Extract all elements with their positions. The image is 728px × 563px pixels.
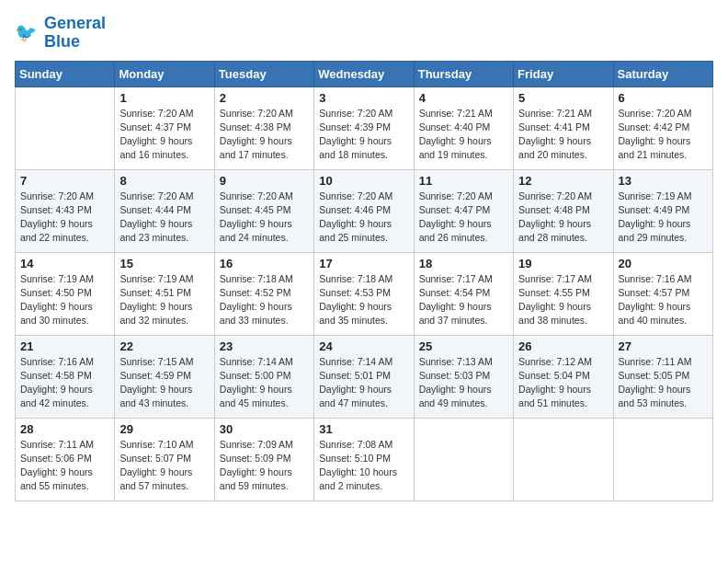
header-cell-monday: Monday [115, 61, 214, 86]
calendar-cell [414, 418, 513, 500]
day-number: 25 [419, 339, 508, 353]
day-number: 30 [220, 422, 309, 436]
day-info: Sunrise: 7:20 AM Sunset: 4:37 PM Dayligh… [119, 107, 209, 163]
day-number: 24 [319, 339, 408, 353]
calendar-week-row: 21Sunrise: 7:16 AM Sunset: 4:58 PM Dayli… [16, 335, 713, 418]
calendar-cell: 14Sunrise: 7:19 AM Sunset: 4:50 PM Dayli… [16, 252, 115, 335]
calendar-cell: 6Sunrise: 7:20 AM Sunset: 4:42 PM Daylig… [613, 86, 712, 169]
day-info: Sunrise: 7:09 AM Sunset: 5:09 PM Dayligh… [220, 438, 309, 494]
header-cell-sunday: Sunday [16, 61, 115, 86]
calendar-cell: 23Sunrise: 7:14 AM Sunset: 5:00 PM Dayli… [214, 335, 313, 418]
day-number: 31 [319, 422, 408, 436]
calendar-cell: 22Sunrise: 7:15 AM Sunset: 4:59 PM Dayli… [115, 335, 214, 418]
calendar-cell [16, 86, 115, 169]
day-info: Sunrise: 7:14 AM Sunset: 5:01 PM Dayligh… [319, 355, 408, 411]
day-number: 15 [119, 257, 209, 270]
header-cell-saturday: Saturday [613, 61, 712, 86]
day-number: 29 [119, 422, 209, 436]
day-info: Sunrise: 7:18 AM Sunset: 4:53 PM Dayligh… [319, 272, 408, 328]
day-info: Sunrise: 7:20 AM Sunset: 4:43 PM Dayligh… [20, 190, 109, 246]
day-info: Sunrise: 7:18 AM Sunset: 4:52 PM Dayligh… [220, 272, 309, 328]
header-cell-wednesday: Wednesday [314, 61, 414, 86]
calendar-cell: 7Sunrise: 7:20 AM Sunset: 4:43 PM Daylig… [16, 169, 115, 252]
day-info: Sunrise: 7:08 AM Sunset: 5:10 PM Dayligh… [319, 438, 408, 494]
day-number: 10 [319, 174, 408, 188]
calendar-cell: 15Sunrise: 7:19 AM Sunset: 4:51 PM Dayli… [115, 252, 214, 335]
day-info: Sunrise: 7:20 AM Sunset: 4:46 PM Dayligh… [319, 190, 408, 246]
day-number: 6 [619, 91, 708, 105]
day-number: 14 [20, 257, 109, 270]
day-number: 23 [220, 339, 309, 353]
day-info: Sunrise: 7:19 AM Sunset: 4:50 PM Dayligh… [20, 272, 109, 328]
day-number: 26 [518, 339, 608, 353]
calendar-cell: 26Sunrise: 7:12 AM Sunset: 5:04 PM Dayli… [514, 335, 613, 418]
day-number: 19 [518, 257, 608, 270]
calendar-cell: 16Sunrise: 7:18 AM Sunset: 4:52 PM Dayli… [214, 252, 313, 335]
day-number: 5 [518, 91, 608, 105]
day-number: 22 [119, 339, 209, 353]
day-number: 2 [220, 91, 309, 105]
day-info: Sunrise: 7:12 AM Sunset: 5:04 PM Dayligh… [518, 355, 608, 411]
day-info: Sunrise: 7:21 AM Sunset: 4:40 PM Dayligh… [419, 107, 508, 163]
day-number: 20 [619, 257, 708, 270]
calendar-week-row: 14Sunrise: 7:19 AM Sunset: 4:50 PM Dayli… [16, 252, 713, 335]
day-number: 13 [619, 174, 708, 188]
day-info: Sunrise: 7:17 AM Sunset: 4:54 PM Dayligh… [419, 272, 508, 328]
calendar-cell: 24Sunrise: 7:14 AM Sunset: 5:01 PM Dayli… [314, 335, 414, 418]
calendar-cell: 19Sunrise: 7:17 AM Sunset: 4:55 PM Dayli… [514, 252, 613, 335]
calendar-cell: 12Sunrise: 7:20 AM Sunset: 4:48 PM Dayli… [514, 169, 613, 252]
day-info: Sunrise: 7:15 AM Sunset: 4:59 PM Dayligh… [119, 355, 209, 411]
day-info: Sunrise: 7:20 AM Sunset: 4:38 PM Dayligh… [220, 107, 309, 163]
calendar-cell: 27Sunrise: 7:11 AM Sunset: 5:05 PM Dayli… [613, 335, 712, 418]
calendar-cell: 25Sunrise: 7:13 AM Sunset: 5:03 PM Dayli… [414, 335, 513, 418]
calendar-table: SundayMondayTuesdayWednesdayThursdayFrid… [15, 61, 713, 501]
day-info: Sunrise: 7:13 AM Sunset: 5:03 PM Dayligh… [419, 355, 508, 411]
day-info: Sunrise: 7:16 AM Sunset: 4:57 PM Dayligh… [619, 272, 708, 328]
header-cell-thursday: Thursday [414, 61, 513, 86]
day-info: Sunrise: 7:21 AM Sunset: 4:41 PM Dayligh… [518, 107, 608, 163]
logo: 🐦 GeneralBlue [15, 15, 106, 52]
calendar-week-row: 28Sunrise: 7:11 AM Sunset: 5:06 PM Dayli… [16, 418, 713, 500]
calendar-cell: 1Sunrise: 7:20 AM Sunset: 4:37 PM Daylig… [115, 86, 214, 169]
day-number: 28 [20, 422, 109, 436]
calendar-cell: 20Sunrise: 7:16 AM Sunset: 4:57 PM Dayli… [613, 252, 712, 335]
day-number: 17 [319, 257, 408, 270]
calendar-cell: 10Sunrise: 7:20 AM Sunset: 4:46 PM Dayli… [314, 169, 414, 252]
day-number: 8 [119, 174, 209, 188]
day-info: Sunrise: 7:11 AM Sunset: 5:05 PM Dayligh… [619, 355, 708, 411]
day-number: 12 [518, 174, 608, 188]
day-number: 16 [220, 257, 309, 270]
day-info: Sunrise: 7:20 AM Sunset: 4:39 PM Dayligh… [319, 107, 408, 163]
calendar-cell: 13Sunrise: 7:19 AM Sunset: 4:49 PM Dayli… [613, 169, 712, 252]
day-info: Sunrise: 7:20 AM Sunset: 4:44 PM Dayligh… [119, 190, 209, 246]
calendar-cell: 21Sunrise: 7:16 AM Sunset: 4:58 PM Dayli… [16, 335, 115, 418]
calendar-cell: 3Sunrise: 7:20 AM Sunset: 4:39 PM Daylig… [314, 86, 414, 169]
day-number: 27 [619, 339, 708, 353]
calendar-cell: 29Sunrise: 7:10 AM Sunset: 5:07 PM Dayli… [115, 418, 214, 500]
calendar-cell: 9Sunrise: 7:20 AM Sunset: 4:45 PM Daylig… [214, 169, 313, 252]
calendar-week-row: 1Sunrise: 7:20 AM Sunset: 4:37 PM Daylig… [16, 86, 713, 169]
day-info: Sunrise: 7:19 AM Sunset: 4:49 PM Dayligh… [619, 190, 708, 246]
day-number: 3 [319, 91, 408, 105]
day-info: Sunrise: 7:14 AM Sunset: 5:00 PM Dayligh… [220, 355, 309, 411]
calendar-cell [514, 418, 613, 500]
day-info: Sunrise: 7:20 AM Sunset: 4:47 PM Dayligh… [419, 190, 508, 246]
calendar-cell: 2Sunrise: 7:20 AM Sunset: 4:38 PM Daylig… [214, 86, 313, 169]
calendar-cell: 30Sunrise: 7:09 AM Sunset: 5:09 PM Dayli… [214, 418, 313, 500]
calendar-cell: 11Sunrise: 7:20 AM Sunset: 4:47 PM Dayli… [414, 169, 513, 252]
day-number: 18 [419, 257, 508, 270]
day-info: Sunrise: 7:19 AM Sunset: 4:51 PM Dayligh… [119, 272, 209, 328]
day-number: 9 [220, 174, 309, 188]
page-header: 🐦 GeneralBlue [15, 15, 713, 52]
calendar-header-row: SundayMondayTuesdayWednesdayThursdayFrid… [16, 61, 713, 86]
logo-bird-icon: 🐦 [15, 20, 40, 46]
day-info: Sunrise: 7:17 AM Sunset: 4:55 PM Dayligh… [518, 272, 608, 328]
calendar-cell: 28Sunrise: 7:11 AM Sunset: 5:06 PM Dayli… [16, 418, 115, 500]
calendar-week-row: 7Sunrise: 7:20 AM Sunset: 4:43 PM Daylig… [16, 169, 713, 252]
calendar-cell [613, 418, 712, 500]
header-cell-friday: Friday [514, 61, 613, 86]
calendar-cell: 5Sunrise: 7:21 AM Sunset: 4:41 PM Daylig… [514, 86, 613, 169]
logo-text: GeneralBlue [44, 15, 106, 52]
calendar-cell: 17Sunrise: 7:18 AM Sunset: 4:53 PM Dayli… [314, 252, 414, 335]
svg-text:🐦: 🐦 [15, 20, 38, 42]
